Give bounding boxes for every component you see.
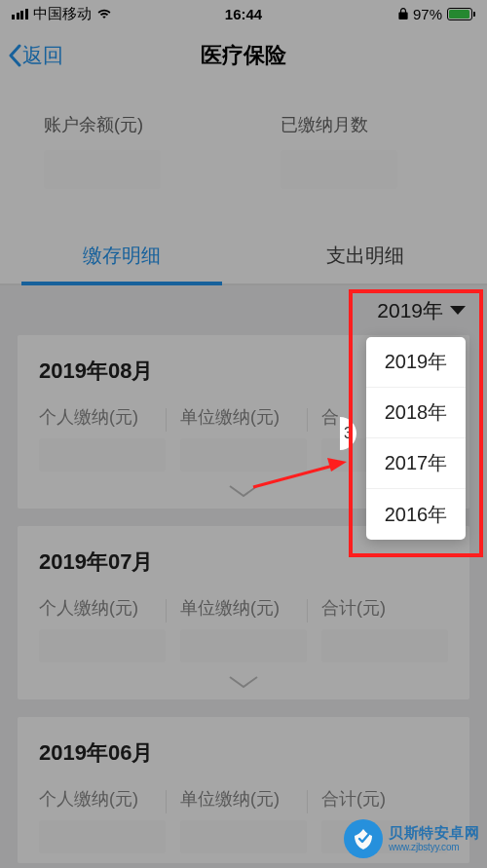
personal-label: 个人缴纳(元) bbox=[39, 787, 166, 811]
back-label: 返回 bbox=[22, 42, 63, 69]
unit-value bbox=[180, 629, 307, 662]
personal-value bbox=[39, 629, 166, 662]
lock-icon bbox=[398, 8, 408, 19]
carrier-label: 中国移动 bbox=[33, 5, 92, 23]
status-time: 16:44 bbox=[225, 6, 262, 22]
unit-value bbox=[180, 438, 307, 472]
unit-label: 单位缴纳(元) bbox=[180, 405, 307, 429]
personal-label: 个人缴纳(元) bbox=[39, 405, 166, 429]
unit-label: 单位缴纳(元) bbox=[180, 787, 307, 811]
signal-icon bbox=[12, 9, 28, 19]
personal-value bbox=[39, 438, 166, 472]
balance-label: 账户余额(元) bbox=[44, 113, 251, 136]
tab-expense[interactable]: 支出明细 bbox=[244, 228, 487, 283]
year-selector[interactable]: 2019年 bbox=[377, 297, 466, 324]
total-label: 合计(元) bbox=[321, 787, 448, 811]
record-card: 2019年07月 个人缴纳(元) 单位缴纳(元) 合计(元) bbox=[18, 526, 469, 699]
nav-bar: 返回 医疗保险 bbox=[0, 27, 487, 84]
caret-down-icon bbox=[450, 306, 466, 315]
personal-label: 个人缴纳(元) bbox=[39, 596, 166, 620]
unit-value bbox=[180, 820, 307, 853]
back-button[interactable]: 返回 bbox=[0, 42, 63, 69]
tab-deposit[interactable]: 缴存明细 bbox=[0, 228, 244, 283]
personal-value bbox=[39, 820, 166, 853]
watermark-url: www.zjbstyy.com bbox=[389, 842, 479, 852]
months-label: 已缴纳月数 bbox=[281, 113, 488, 136]
watermark-title: 贝斯特安卓网 bbox=[389, 825, 479, 842]
unit-label: 单位缴纳(元) bbox=[180, 596, 307, 620]
watermark: 贝斯特安卓网 www.zjbstyy.com bbox=[344, 819, 479, 858]
status-bar: 中国移动 16:44 97% bbox=[0, 0, 487, 27]
total-label: 合计(元) bbox=[321, 596, 448, 620]
year-option[interactable]: 2019年 bbox=[366, 337, 466, 388]
year-option[interactable]: 2017年 bbox=[366, 438, 466, 489]
months-value bbox=[281, 150, 397, 189]
summary-panel: 账户余额(元) 已缴纳月数 bbox=[0, 84, 487, 228]
year-option[interactable]: 2018年 bbox=[366, 388, 466, 438]
battery-icon bbox=[447, 8, 475, 20]
chevron-left-icon bbox=[8, 44, 21, 67]
chevron-down-icon bbox=[226, 674, 261, 690]
chevron-down-icon bbox=[226, 483, 261, 499]
year-dropdown: 2019年 2018年 2017年 2016年 bbox=[366, 337, 466, 540]
wifi-icon bbox=[96, 8, 112, 19]
record-month: 2019年06月 bbox=[39, 738, 448, 768]
record-month: 2019年07月 bbox=[39, 547, 448, 577]
year-current: 2019年 bbox=[377, 297, 443, 324]
expand-toggle[interactable] bbox=[39, 662, 448, 690]
page-title: 医疗保险 bbox=[201, 41, 286, 70]
balance-value bbox=[44, 150, 161, 189]
year-option[interactable]: 2016年 bbox=[366, 489, 466, 540]
battery-percent: 97% bbox=[413, 6, 442, 22]
watermark-logo-icon bbox=[344, 819, 383, 858]
tabs: 缴存明细 支出明细 bbox=[0, 228, 487, 285]
total-value bbox=[321, 629, 448, 662]
